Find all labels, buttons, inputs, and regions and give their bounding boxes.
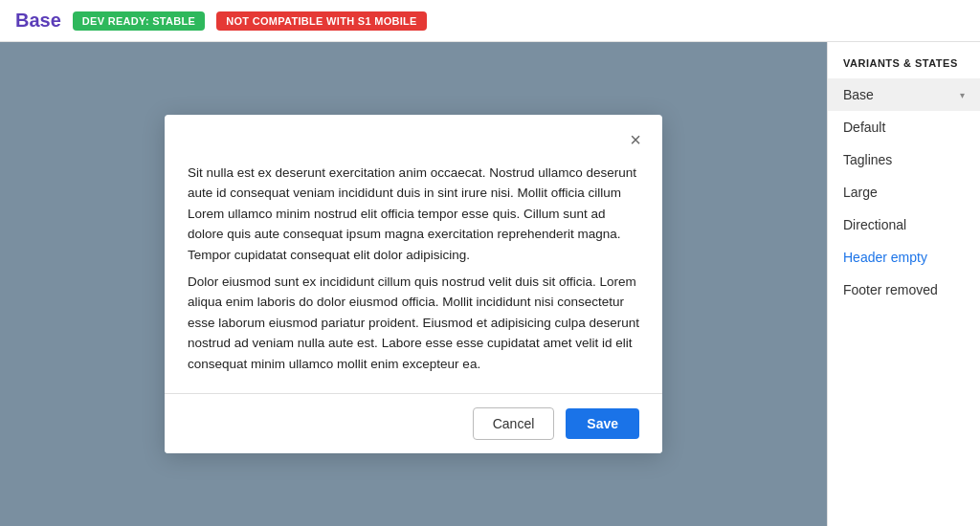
not-compatible-badge: NOT COMPATIBLE WITH S1 MOBILE [216,11,427,31]
sidebar-item-default[interactable]: Default [828,111,980,143]
modal-body: Sit nulla est ex deserunt exercitation a… [165,157,662,394]
page-title: Base [15,10,61,32]
sidebar-item-label: Directional [843,217,906,232]
sidebar-item-label: Large [843,185,878,200]
save-button[interactable]: Save [566,408,639,439]
sidebar-item-taglines[interactable]: Taglines [828,143,980,176]
sidebar-item-label: Header empty [843,250,927,265]
modal-dialog: × Sit nulla est ex deserunt exercitation… [165,115,662,454]
sidebar-item-header-empty[interactable]: Header empty [828,241,980,274]
sidebar-header: VARIANTS & STATES [828,50,980,78]
modal-close-bar: × [165,115,662,157]
sidebar-item-base[interactable]: Base ▾ [828,78,980,111]
canvas-area: × Sit nulla est ex deserunt exercitation… [0,42,827,526]
sidebar-item-label: Base [843,87,874,102]
dev-ready-badge: DEV READY: STABLE [73,11,205,31]
header: Base DEV READY: STABLE NOT COMPATIBLE WI… [0,0,980,42]
modal-footer: Cancel Save [165,393,662,453]
sidebar-item-label: Default [843,120,885,135]
sidebar-item-label: Taglines [843,152,892,167]
modal-close-button[interactable]: × [624,128,647,151]
chevron-down-icon: ▾ [960,90,965,100]
cancel-button[interactable]: Cancel [473,407,555,440]
main-area: × Sit nulla est ex deserunt exercitation… [0,42,980,526]
sidebar-item-footer-removed[interactable]: Footer removed [828,274,980,306]
sidebar-item-large[interactable]: Large [828,176,980,208]
sidebar-item-directional[interactable]: Directional [828,208,980,241]
modal-text-paragraph-2: Dolor eiusmod sunt ex incididunt cillum … [188,272,639,375]
modal-backdrop: × Sit nulla est ex deserunt exercitation… [0,42,827,526]
variants-sidebar: VARIANTS & STATES Base ▾ Default Tagline… [827,42,980,526]
modal-text-paragraph-1: Sit nulla est ex deserunt exercitation a… [188,163,639,266]
sidebar-item-label: Footer removed [843,282,938,297]
